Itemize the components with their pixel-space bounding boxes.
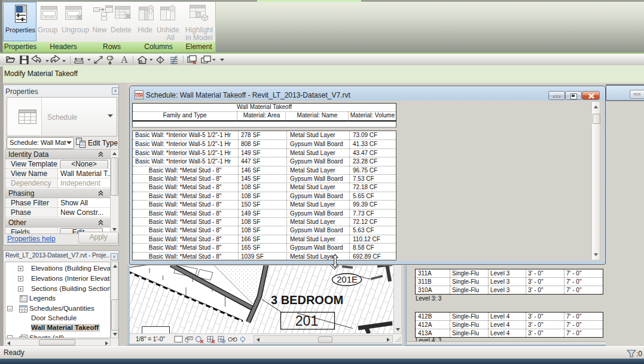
svg-text:RVT: RVT xyxy=(136,93,143,97)
svg-text:201: 201 xyxy=(295,313,318,329)
svg-text:1: 1 xyxy=(110,56,113,61)
svg-text:201E: 201E xyxy=(337,274,358,284)
svg-text:A: A xyxy=(121,54,128,65)
svg-text:3 BEDROOM: 3 BEDROOM xyxy=(271,293,343,307)
